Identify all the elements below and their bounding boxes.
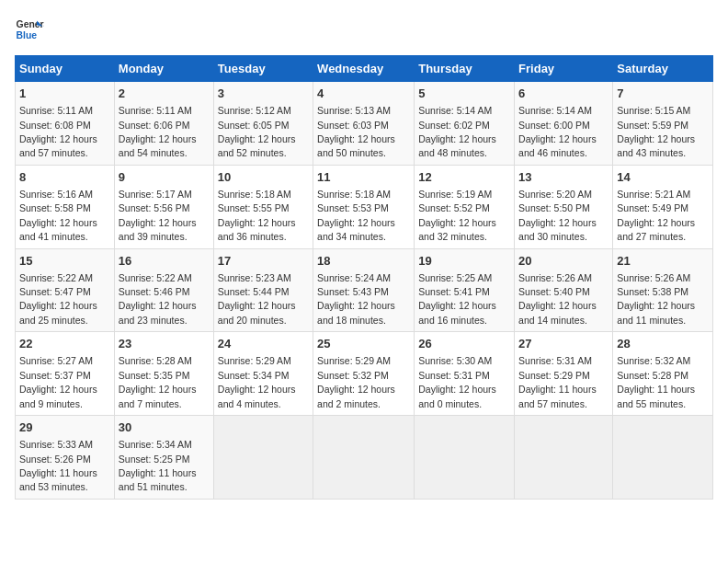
calendar-cell: 21Sunrise: 5:26 AMSunset: 5:38 PMDayligh… bbox=[613, 248, 713, 332]
calendar-cell: 11Sunrise: 5:18 AMSunset: 5:53 PMDayligh… bbox=[313, 165, 415, 248]
calendar-cell bbox=[613, 416, 713, 500]
calendar-cell: 9Sunrise: 5:17 AMSunset: 5:56 PMDaylight… bbox=[114, 165, 213, 248]
day-info: Sunrise: 5:19 AMSunset: 5:52 PMDaylight:… bbox=[418, 189, 496, 242]
day-number: 6 bbox=[518, 86, 609, 102]
col-header-monday: Monday bbox=[114, 56, 213, 82]
col-header-sunday: Sunday bbox=[16, 56, 115, 82]
day-info: Sunrise: 5:25 AMSunset: 5:41 PMDaylight:… bbox=[418, 272, 496, 326]
calendar-cell: 18Sunrise: 5:24 AMSunset: 5:43 PMDayligh… bbox=[313, 248, 415, 332]
day-number: 5 bbox=[418, 86, 510, 102]
calendar-cell: 26Sunrise: 5:30 AMSunset: 5:31 PMDayligh… bbox=[415, 332, 515, 416]
day-number: 24 bbox=[218, 336, 309, 352]
calendar-cell bbox=[515, 416, 613, 500]
day-number: 4 bbox=[317, 86, 410, 102]
calendar-cell: 3Sunrise: 5:12 AMSunset: 6:05 PMDaylight… bbox=[213, 82, 313, 166]
day-info: Sunrise: 5:33 AMSunset: 5:26 PMDaylight:… bbox=[19, 439, 97, 492]
day-info: Sunrise: 5:20 AMSunset: 5:50 PMDaylight:… bbox=[518, 189, 597, 242]
day-info: Sunrise: 5:12 AMSunset: 6:05 PMDaylight:… bbox=[218, 105, 296, 158]
day-info: Sunrise: 5:29 AMSunset: 5:32 PMDaylight:… bbox=[317, 355, 395, 408]
day-number: 28 bbox=[617, 336, 709, 352]
day-number: 18 bbox=[317, 253, 410, 270]
calendar-cell: 30Sunrise: 5:34 AMSunset: 5:25 PMDayligh… bbox=[114, 416, 213, 500]
calendar-week-2: 8Sunrise: 5:16 AMSunset: 5:58 PMDaylight… bbox=[16, 165, 713, 248]
day-number: 22 bbox=[19, 336, 110, 352]
calendar-week-5: 29Sunrise: 5:33 AMSunset: 5:26 PMDayligh… bbox=[16, 416, 713, 500]
col-header-wednesday: Wednesday bbox=[313, 56, 415, 82]
day-number: 15 bbox=[19, 253, 110, 270]
calendar-cell: 5Sunrise: 5:14 AMSunset: 6:02 PMDaylight… bbox=[415, 82, 515, 166]
day-info: Sunrise: 5:26 AMSunset: 5:40 PMDaylight:… bbox=[518, 272, 597, 326]
day-info: Sunrise: 5:28 AMSunset: 5:35 PMDaylight:… bbox=[119, 355, 197, 408]
day-number: 11 bbox=[317, 169, 410, 186]
logo-icon: General Blue bbox=[15, 15, 44, 44]
day-number: 21 bbox=[617, 253, 709, 270]
calendar-cell: 20Sunrise: 5:26 AMSunset: 5:40 PMDayligh… bbox=[515, 248, 613, 332]
day-number: 9 bbox=[119, 169, 210, 186]
day-number: 1 bbox=[19, 86, 110, 102]
day-number: 12 bbox=[418, 169, 510, 186]
day-info: Sunrise: 5:32 AMSunset: 5:28 PMDaylight:… bbox=[617, 355, 695, 408]
day-info: Sunrise: 5:30 AMSunset: 5:31 PMDaylight:… bbox=[418, 355, 496, 408]
calendar-cell: 29Sunrise: 5:33 AMSunset: 5:26 PMDayligh… bbox=[16, 416, 115, 500]
calendar-week-4: 22Sunrise: 5:27 AMSunset: 5:37 PMDayligh… bbox=[16, 332, 713, 416]
page-header: General Blue bbox=[15, 15, 713, 44]
col-header-friday: Friday bbox=[515, 56, 613, 82]
calendar-cell: 25Sunrise: 5:29 AMSunset: 5:32 PMDayligh… bbox=[313, 332, 415, 416]
calendar-cell: 28Sunrise: 5:32 AMSunset: 5:28 PMDayligh… bbox=[613, 332, 713, 416]
day-number: 29 bbox=[19, 419, 110, 436]
day-number: 27 bbox=[518, 336, 609, 352]
day-number: 14 bbox=[617, 169, 709, 186]
calendar-cell bbox=[415, 416, 515, 500]
calendar-cell: 4Sunrise: 5:13 AMSunset: 6:03 PMDaylight… bbox=[313, 82, 415, 166]
day-number: 25 bbox=[317, 336, 410, 352]
calendar-header-row: SundayMondayTuesdayWednesdayThursdayFrid… bbox=[16, 56, 713, 82]
day-info: Sunrise: 5:34 AMSunset: 5:25 PMDaylight:… bbox=[119, 439, 197, 492]
col-header-thursday: Thursday bbox=[415, 56, 515, 82]
calendar-week-1: 1Sunrise: 5:11 AMSunset: 6:08 PMDaylight… bbox=[16, 82, 713, 166]
day-info: Sunrise: 5:18 AMSunset: 5:53 PMDaylight:… bbox=[317, 189, 395, 242]
calendar-cell: 6Sunrise: 5:14 AMSunset: 6:00 PMDaylight… bbox=[515, 82, 613, 166]
day-number: 17 bbox=[218, 253, 309, 270]
calendar-cell: 17Sunrise: 5:23 AMSunset: 5:44 PMDayligh… bbox=[213, 248, 313, 332]
calendar-cell: 8Sunrise: 5:16 AMSunset: 5:58 PMDaylight… bbox=[16, 165, 115, 248]
calendar-cell: 16Sunrise: 5:22 AMSunset: 5:46 PMDayligh… bbox=[114, 248, 213, 332]
day-number: 16 bbox=[119, 253, 210, 270]
day-number: 26 bbox=[418, 336, 510, 352]
day-number: 30 bbox=[119, 419, 210, 436]
day-info: Sunrise: 5:29 AMSunset: 5:34 PMDaylight:… bbox=[218, 355, 296, 408]
day-info: Sunrise: 5:22 AMSunset: 5:47 PMDaylight:… bbox=[19, 272, 97, 326]
calendar-cell: 13Sunrise: 5:20 AMSunset: 5:50 PMDayligh… bbox=[515, 165, 613, 248]
calendar-cell: 1Sunrise: 5:11 AMSunset: 6:08 PMDaylight… bbox=[16, 82, 115, 166]
day-info: Sunrise: 5:16 AMSunset: 5:58 PMDaylight:… bbox=[19, 189, 97, 242]
day-info: Sunrise: 5:13 AMSunset: 6:03 PMDaylight:… bbox=[317, 105, 395, 158]
day-number: 8 bbox=[19, 169, 110, 186]
day-info: Sunrise: 5:22 AMSunset: 5:46 PMDaylight:… bbox=[119, 272, 197, 326]
calendar-cell: 15Sunrise: 5:22 AMSunset: 5:47 PMDayligh… bbox=[16, 248, 115, 332]
day-number: 3 bbox=[218, 86, 309, 102]
day-number: 20 bbox=[518, 253, 609, 270]
day-number: 2 bbox=[119, 86, 210, 102]
day-info: Sunrise: 5:17 AMSunset: 5:56 PMDaylight:… bbox=[119, 189, 197, 242]
day-info: Sunrise: 5:15 AMSunset: 5:59 PMDaylight:… bbox=[617, 105, 695, 158]
calendar-cell: 24Sunrise: 5:29 AMSunset: 5:34 PMDayligh… bbox=[213, 332, 313, 416]
day-info: Sunrise: 5:24 AMSunset: 5:43 PMDaylight:… bbox=[317, 272, 395, 326]
calendar-cell: 2Sunrise: 5:11 AMSunset: 6:06 PMDaylight… bbox=[114, 82, 213, 166]
calendar-week-3: 15Sunrise: 5:22 AMSunset: 5:47 PMDayligh… bbox=[16, 248, 713, 332]
calendar-cell bbox=[213, 416, 313, 500]
day-info: Sunrise: 5:27 AMSunset: 5:37 PMDaylight:… bbox=[19, 355, 97, 408]
calendar-cell bbox=[313, 416, 415, 500]
day-info: Sunrise: 5:11 AMSunset: 6:06 PMDaylight:… bbox=[119, 105, 197, 158]
calendar-cell: 19Sunrise: 5:25 AMSunset: 5:41 PMDayligh… bbox=[415, 248, 515, 332]
logo: General Blue bbox=[15, 15, 44, 44]
calendar-cell: 14Sunrise: 5:21 AMSunset: 5:49 PMDayligh… bbox=[613, 165, 713, 248]
day-number: 23 bbox=[119, 336, 210, 352]
day-info: Sunrise: 5:31 AMSunset: 5:29 PMDaylight:… bbox=[518, 355, 597, 408]
col-header-tuesday: Tuesday bbox=[213, 56, 313, 82]
calendar-cell: 27Sunrise: 5:31 AMSunset: 5:29 PMDayligh… bbox=[515, 332, 613, 416]
day-info: Sunrise: 5:26 AMSunset: 5:38 PMDaylight:… bbox=[617, 272, 695, 326]
calendar-cell: 10Sunrise: 5:18 AMSunset: 5:55 PMDayligh… bbox=[213, 165, 313, 248]
calendar-cell: 22Sunrise: 5:27 AMSunset: 5:37 PMDayligh… bbox=[16, 332, 115, 416]
calendar-cell: 12Sunrise: 5:19 AMSunset: 5:52 PMDayligh… bbox=[415, 165, 515, 248]
day-number: 13 bbox=[518, 169, 609, 186]
calendar-cell: 7Sunrise: 5:15 AMSunset: 5:59 PMDaylight… bbox=[613, 82, 713, 166]
